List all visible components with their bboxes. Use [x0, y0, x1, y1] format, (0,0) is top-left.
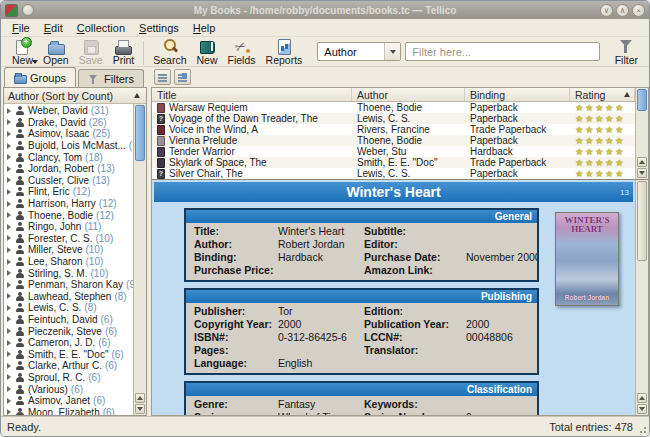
menu-item-collection[interactable]: Collection — [70, 21, 132, 35]
group-item[interactable]: Asimov, Janet(6) — [4, 395, 133, 407]
new-collection-button[interactable]: New — [7, 37, 38, 67]
close-button[interactable]: × — [632, 4, 645, 17]
expand-arrow-icon[interactable] — [7, 212, 11, 218]
menu-item-settings[interactable]: Settings — [132, 21, 186, 35]
expand-arrow-icon[interactable] — [7, 282, 11, 288]
table-row[interactable]: Vienna PreludeThoene, BodiePaperback★★★★… — [152, 135, 635, 146]
group-item[interactable]: Harrison, Harry(12) — [4, 198, 133, 210]
expand-arrow-icon[interactable] — [7, 201, 11, 207]
print-button[interactable]: Print — [108, 37, 140, 67]
expand-arrow-icon[interactable] — [7, 166, 11, 172]
group-item[interactable]: Forester, C. S.(10) — [4, 233, 133, 245]
expand-arrow-icon[interactable] — [7, 398, 11, 404]
open-button[interactable]: Open — [38, 37, 74, 67]
group-item[interactable]: Lewis, C. S.(8) — [4, 302, 133, 314]
group-item[interactable]: Stirling, S. M.(10) — [4, 267, 133, 279]
group-item[interactable]: Drake, David(26) — [4, 117, 133, 129]
group-item[interactable]: Miller, Steve(10) — [4, 244, 133, 256]
group-item[interactable]: Lee, Sharon(10) — [4, 256, 133, 268]
column-view-button[interactable] — [174, 69, 191, 85]
scrollbar-thumb[interactable] — [637, 181, 647, 261]
resize-grip[interactable] — [637, 424, 647, 434]
expand-arrow-icon[interactable] — [7, 189, 11, 195]
menu-item-edit[interactable]: Edit — [37, 21, 70, 35]
menu-item-file[interactable]: File — [5, 21, 37, 35]
scroll-down-button[interactable] — [637, 404, 647, 414]
menu-item-help[interactable]: Help — [186, 21, 223, 35]
column-header-author[interactable]: Author — [352, 88, 465, 101]
group-panel-header[interactable]: Author (Sort by Count) — [4, 88, 146, 104]
expand-arrow-icon[interactable] — [7, 328, 11, 334]
maximize-button[interactable]: ∧ — [616, 4, 629, 17]
scroll-down-button[interactable] — [135, 404, 145, 414]
table-row[interactable]: Skylark of Space, TheSmith, E. E. "Doc"T… — [152, 157, 635, 168]
expand-arrow-icon[interactable] — [7, 235, 11, 241]
group-item[interactable]: Cameron, J. D.(6) — [4, 337, 133, 349]
scroll-up-button[interactable] — [637, 393, 647, 403]
column-header-rating[interactable]: Rating — [570, 88, 635, 101]
table-row[interactable]: Voice in the Wind, ARivers, FrancineTrad… — [152, 124, 635, 135]
group-item[interactable]: Pieczenik, Steve(6) — [4, 325, 133, 337]
filter-input[interactable] — [405, 42, 599, 61]
expand-arrow-icon[interactable] — [7, 316, 11, 322]
detail-scrollbar[interactable] — [635, 180, 648, 415]
expand-arrow-icon[interactable] — [7, 143, 11, 149]
group-item[interactable]: (Various)(6) — [4, 383, 133, 395]
book-cover-image[interactable]: WINTER'S HEART Robert Jordan — [555, 212, 619, 306]
expand-arrow-icon[interactable] — [7, 224, 11, 230]
expand-arrow-icon[interactable] — [7, 119, 11, 125]
minimize-button[interactable]: ∨ — [600, 4, 613, 17]
new-entry-button[interactable]: New — [192, 37, 223, 67]
table-row[interactable]: ?Silver Chair, TheLewis, C. S.Paperback★… — [152, 168, 635, 179]
group-item[interactable]: Bujold, Lois McMast...(21) — [4, 140, 133, 152]
scrollbar-thumb[interactable] — [637, 89, 647, 111]
group-item[interactable]: Feintuch, David(6) — [4, 314, 133, 326]
group-item[interactable]: Clarke, Arthur C.(6) — [4, 360, 133, 372]
group-item[interactable]: Penman, Sharon Kay(9) — [4, 279, 133, 291]
group-item[interactable]: Cussler, Clive(13) — [4, 175, 133, 187]
group-item[interactable]: Lawhead, Stephen(8) — [4, 291, 133, 303]
column-header-binding[interactable]: Binding — [465, 88, 570, 101]
fields-button[interactable]: Fields — [223, 37, 261, 67]
group-item[interactable]: Jordan, Robert(13) — [4, 163, 133, 175]
group-item[interactable]: Sproul, R. C.(6) — [4, 372, 133, 384]
table-row[interactable]: ?Voyage of the Dawn Treader, TheLewis, C… — [152, 113, 635, 124]
scroll-up-button[interactable] — [135, 393, 145, 403]
scroll-up-button[interactable] — [637, 157, 647, 167]
column-header-title[interactable]: Title — [152, 88, 352, 101]
expand-arrow-icon[interactable] — [7, 409, 11, 415]
expand-arrow-icon[interactable] — [7, 386, 11, 392]
scroll-down-button[interactable] — [637, 168, 647, 178]
expand-arrow-icon[interactable] — [7, 108, 11, 114]
reports-button[interactable]: Reports — [261, 37, 308, 67]
expand-arrow-icon[interactable] — [7, 340, 11, 346]
expand-arrow-icon[interactable] — [7, 259, 11, 265]
expand-arrow-icon[interactable] — [7, 293, 11, 299]
group-item[interactable]: Thoene, Bodie(12) — [4, 209, 133, 221]
group-item[interactable]: Weber, David(31) — [4, 105, 133, 117]
expand-arrow-icon[interactable] — [7, 374, 11, 380]
group-item[interactable]: Ringo, John(11) — [4, 221, 133, 233]
expand-arrow-icon[interactable] — [7, 363, 11, 369]
group-item[interactable]: Moon, Elizabeth(6) — [4, 406, 133, 415]
expand-arrow-icon[interactable] — [7, 351, 11, 357]
expand-arrow-icon[interactable] — [7, 305, 11, 311]
group-item[interactable]: Flint, Eric(12) — [4, 186, 133, 198]
expand-arrow-icon[interactable] — [7, 131, 11, 137]
list-view-button[interactable] — [154, 69, 171, 85]
expand-arrow-icon[interactable] — [7, 247, 11, 253]
table-row[interactable]: Tender WarriorWeber, StuHardback★★★★★ — [152, 146, 635, 157]
scrollbar-thumb[interactable] — [135, 105, 145, 161]
tab-groups[interactable]: Groups — [4, 67, 76, 87]
group-by-select[interactable]: Author — [317, 42, 401, 61]
filter-button[interactable]: Filter — [610, 37, 643, 67]
group-item[interactable]: Asimov, Isaac(25) — [4, 128, 133, 140]
search-button[interactable]: Search — [148, 37, 191, 67]
table-row[interactable]: Warsaw RequiemThoene, BodiePaperback★★★★… — [152, 102, 635, 113]
tab-filters[interactable]: Filters — [78, 69, 144, 87]
expand-arrow-icon[interactable] — [7, 154, 11, 160]
titlebar[interactable]: My Books - /home/robby/documents/books.t… — [1, 1, 649, 19]
window-menu-button[interactable] — [22, 4, 34, 16]
expand-arrow-icon[interactable] — [7, 270, 11, 276]
sidebar-scrollbar[interactable] — [133, 104, 146, 415]
